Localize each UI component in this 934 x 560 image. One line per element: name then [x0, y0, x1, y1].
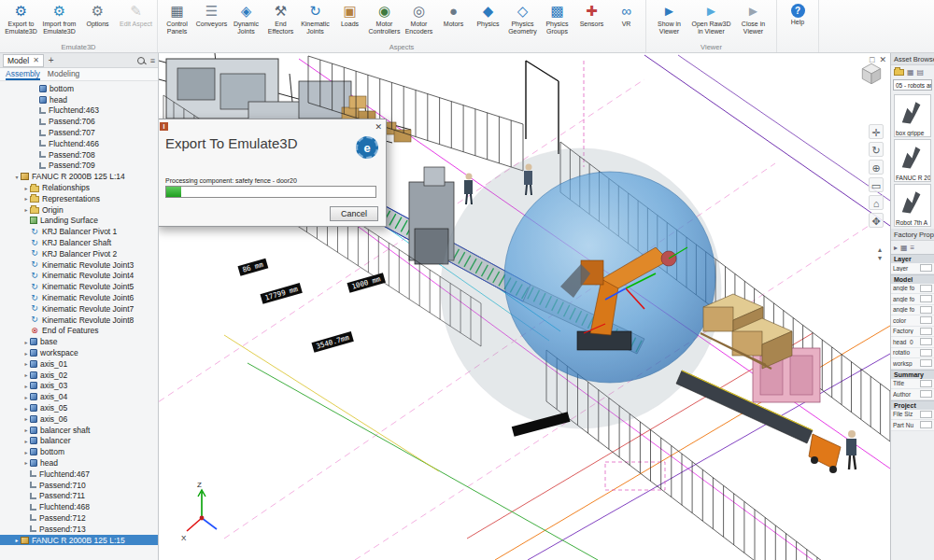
tree-item[interactable]: ⊗End of Features	[0, 326, 158, 337]
tree-item[interactable]: ▸axis_05	[0, 402, 158, 413]
property-value-field[interactable]	[920, 359, 932, 367]
grid-tab-icon[interactable]: ▦	[900, 244, 908, 252]
help-button[interactable]: ?Help	[779, 0, 816, 42]
tree-item[interactable]: Fluchtend:466	[0, 138, 158, 149]
property-value-field[interactable]	[920, 285, 932, 292]
tree-item[interactable]: bottom	[0, 83, 158, 94]
tree-item[interactable]: ▸FANUC R 2000B 125 L:15	[0, 535, 158, 546]
physics-geometry-button[interactable]: ◇Physics Geometry	[505, 0, 540, 42]
export-to-emulate3d-button[interactable]: ⚙Export to Emulate3D	[2, 0, 40, 42]
zoom-in-tool-icon[interactable]: ⊕	[869, 160, 884, 175]
sensors-button[interactable]: ✚Sensors	[574, 0, 609, 42]
asset-category-dropdown[interactable]: 05 - robots and ▾	[893, 79, 932, 91]
import-from-emulate3d-button[interactable]: ⚙Import from Emulate3D	[40, 0, 78, 42]
end-effectors-button[interactable]: ⚒End Effectors	[263, 0, 298, 42]
factory-properties-header[interactable]: Factory Prop ⇅	[891, 229, 934, 241]
tree-item[interactable]: ▸axis_02	[0, 370, 158, 381]
property-value-field[interactable]	[920, 264, 932, 272]
tree-item[interactable]: ↻KRJ Balancer Shaft	[0, 237, 158, 248]
open-raw3d-in-viewer-button[interactable]: ►Open Raw3D in Viewer	[690, 0, 732, 42]
loads-button[interactable]: ▣Loads	[333, 0, 367, 42]
motor-encoders-button[interactable]: ◎Motor Encoders	[402, 0, 436, 42]
tree-item[interactable]: Passend:709	[0, 161, 158, 172]
tab-modeling[interactable]: Modeling	[48, 68, 80, 80]
list-tab-icon[interactable]: ≡	[911, 244, 915, 252]
tree-item[interactable]: ▸Representations	[0, 193, 158, 204]
tree-item[interactable]: ↻Kinematic Revolute Joint6	[0, 292, 158, 303]
motor-controllers-button[interactable]: ◉Motor Controllers	[367, 0, 402, 42]
cancel-button[interactable]: Cancel	[330, 206, 378, 221]
section-header-model[interactable]: Model	[891, 274, 934, 284]
property-value-field[interactable]	[920, 411, 932, 418]
navigation-bar-arrows[interactable]: ▴▾	[878, 245, 882, 262]
control-panels-button[interactable]: ▦Control Panels	[160, 0, 194, 42]
tree-item[interactable]: ↻Kinematic Revolute Joint8	[0, 315, 158, 326]
folder-icon[interactable]	[894, 69, 904, 76]
3d-viewport[interactable]: Z X 86 mm 17799 mm 1000 mm 3540.7mm □ ✕ …	[159, 53, 890, 560]
property-value-field[interactable]	[920, 316, 932, 324]
property-value-field[interactable]	[920, 349, 932, 357]
asset-item[interactable]: box grippe	[894, 94, 931, 137]
section-header-summary[interactable]: Summary	[891, 370, 934, 379]
property-value-field[interactable]	[920, 328, 932, 335]
tree-item[interactable]: Fluchtend:467	[0, 469, 158, 480]
tab-assembly[interactable]: Assembly	[6, 68, 40, 80]
tree-item[interactable]: ↻Kinematic Revolute Joint5	[0, 281, 158, 292]
dynamic-joints-button[interactable]: ◈Dynamic Joints	[229, 0, 263, 42]
tree-item[interactable]: ▸axis_03	[0, 381, 158, 392]
edit-aspect-button[interactable]: ✎Edit Aspect	[117, 0, 155, 42]
asset-item[interactable]: FANUC R 20	[894, 139, 931, 182]
properties-tab-icon[interactable]: ▸	[894, 244, 898, 252]
property-value-field[interactable]	[920, 380, 932, 387]
options-button[interactable]: ⚙Options	[78, 0, 117, 42]
asset-item[interactable]: Robot 7th A	[894, 184, 931, 227]
view-cube[interactable]	[858, 61, 884, 91]
tree-item[interactable]: ▸Origin	[0, 204, 158, 216]
tree-item[interactable]: Fluchtend:463	[0, 105, 158, 117]
grid-view-icon[interactable]: ▦	[907, 68, 914, 77]
orbit-tool-icon[interactable]: ↻	[869, 142, 884, 157]
search-icon[interactable]	[137, 57, 145, 64]
property-value-field[interactable]	[920, 390, 932, 398]
tree-item[interactable]: ▸axis_04	[0, 391, 158, 402]
tree-item[interactable]: Passend:707	[0, 127, 158, 138]
tree-item[interactable]: Passend:708	[0, 149, 158, 161]
property-value-field[interactable]	[920, 421, 932, 428]
zoom-window-tool-icon[interactable]: ▭	[869, 177, 884, 192]
tree-item[interactable]: ▸balancer shaft	[0, 425, 158, 436]
physics-button[interactable]: ◆Physics	[471, 0, 505, 42]
tree-item[interactable]: ▸head	[0, 457, 158, 469]
tree-item[interactable]: Passend:710	[0, 480, 158, 491]
tree-item[interactable]: Fluchtend:468	[0, 501, 158, 512]
close-model-tab-icon[interactable]: ✕	[33, 56, 39, 64]
tree-item[interactable]: ↻KRJ Balancer Pivot 2	[0, 248, 158, 259]
asset-browser-title[interactable]: Asset Browser	[891, 53, 934, 65]
section-header-layer[interactable]: Layer	[891, 254, 934, 263]
tree-item[interactable]: Passend:711	[0, 490, 158, 501]
list-view-icon[interactable]: ▤	[917, 68, 925, 77]
property-value-field[interactable]	[920, 295, 932, 302]
tree-item[interactable]: ↻Kinematic Revolute Joint7	[0, 303, 158, 315]
tree-item[interactable]: ▸axis_06	[0, 413, 158, 425]
add-tab-button[interactable]: +	[47, 55, 56, 65]
tree-item[interactable]: ↻KRJ Balancer Pivot 1	[0, 226, 158, 237]
tree-item[interactable]: Passend:713	[0, 524, 158, 535]
tree-item[interactable]: head	[0, 94, 158, 105]
model-tab[interactable]: Model ✕	[3, 54, 44, 67]
show-in-viewer-button[interactable]: ►Show in Viewer	[648, 0, 690, 42]
tree-item[interactable]: Passend:706	[0, 116, 158, 127]
walk-tool-icon[interactable]: ✥	[869, 213, 884, 228]
tree-item[interactable]: ▸Relationships	[0, 182, 158, 193]
tree-item[interactable]: Landing Surface	[0, 216, 158, 227]
dialog-titlebar[interactable]: I ✕	[159, 119, 386, 133]
physics-groups-button[interactable]: ▩Physics Groups	[540, 0, 574, 42]
close-in-viewer-button[interactable]: ►Close in Viewer	[732, 0, 774, 42]
tree-item[interactable]: ▸axis_01	[0, 358, 158, 370]
tree-item[interactable]: ▾FANUC R 2000B 125 L:14	[0, 171, 158, 182]
conveyors-button[interactable]: ☰Conveyors	[194, 0, 229, 42]
property-value-field[interactable]	[920, 338, 932, 345]
section-header-project[interactable]: Project	[891, 400, 934, 410]
tree-item[interactable]: Passend:712	[0, 512, 158, 524]
panel-menu-icon[interactable]: ≡	[150, 56, 155, 65]
motors-button[interactable]: ●Motors	[436, 0, 471, 42]
